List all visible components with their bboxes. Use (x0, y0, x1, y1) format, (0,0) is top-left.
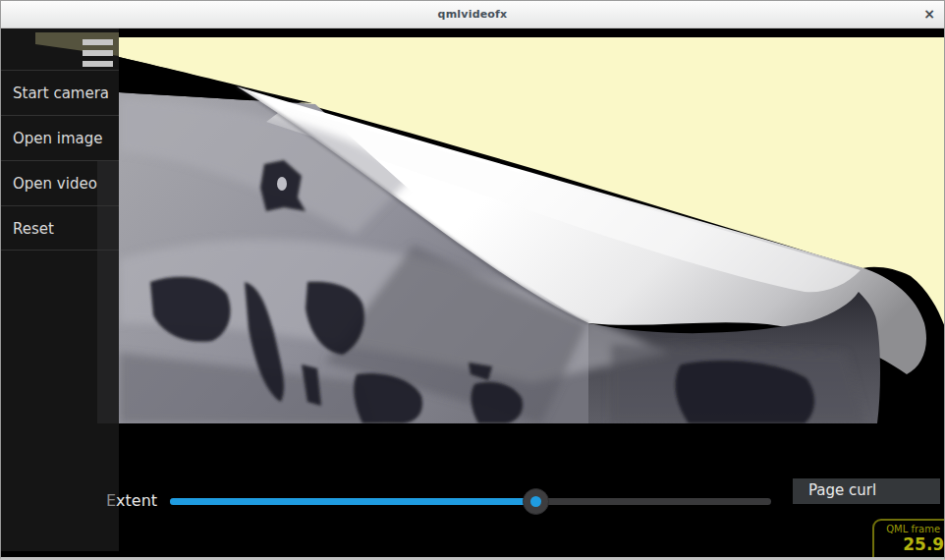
content-area: Start camera Open image Open video Reset… (1, 28, 944, 557)
slider-handle[interactable] (523, 488, 549, 515)
sidebar-item-open-image[interactable]: Open image (1, 115, 119, 160)
sidebar-menu: Start camera Open image Open video Reset (1, 70, 119, 251)
menu-icon[interactable] (83, 39, 113, 67)
fps-label: QML frame r... (878, 524, 944, 534)
sidebar-item-start-camera[interactable]: Start camera (1, 70, 119, 115)
slider-handle-dot (530, 496, 541, 507)
sidebar-item-label: Open video (13, 175, 97, 193)
window-title: qmlvideofx (1, 8, 944, 21)
extent-slider[interactable] (170, 488, 771, 516)
sidebar-item-open-video[interactable]: Open video (1, 160, 119, 205)
sidebar: Start camera Open image Open video Reset (1, 28, 119, 551)
slider-label: Extent (106, 491, 157, 510)
fps-value: 25.95 (878, 534, 944, 554)
page-curl-canvas (119, 28, 944, 551)
fps-counter: QML frame r... 25.95 (872, 519, 944, 557)
sidebar-item-label: Reset (13, 220, 54, 238)
close-icon[interactable]: × (923, 6, 935, 22)
effect-selector-button[interactable]: Page curl (793, 478, 940, 504)
sidebar-item-reset[interactable]: Reset (1, 205, 119, 251)
sidebar-item-label: Start camera (13, 84, 109, 102)
titlebar[interactable]: qmlvideofx × (1, 1, 944, 28)
sidebar-item-label: Open image (13, 130, 103, 147)
slider-fill (170, 498, 536, 505)
app-window: qmlvideofx × (0, 0, 945, 560)
